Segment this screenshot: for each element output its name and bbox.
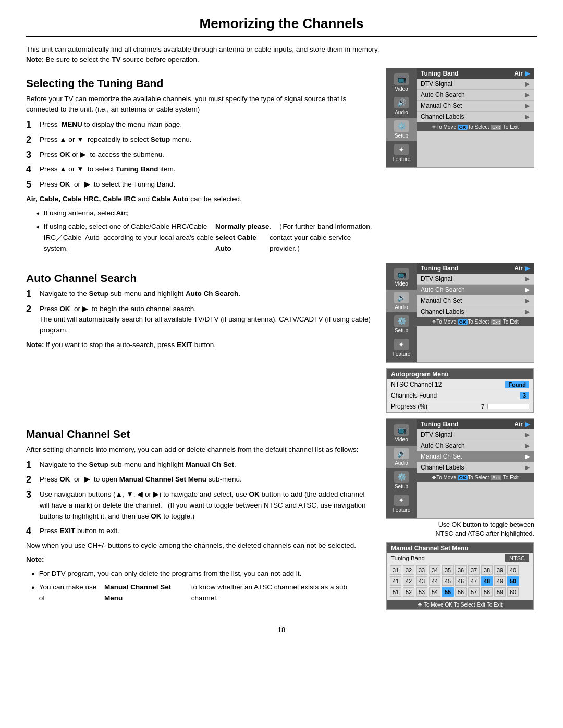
ch-33[interactable]: 33 [416,565,427,575]
ch-40[interactable]: 40 [507,565,519,575]
sidebar2-audio[interactable]: 🔊 Audio [386,290,417,312]
tv-menu-header-1: Tuning Band Air ▶ [417,68,534,79]
ch-51[interactable]: 51 [390,587,401,597]
ch-59[interactable]: 59 [494,587,506,597]
ch-32[interactable]: 32 [403,565,414,575]
section1-desc: Before your TV can memorize the availabl… [26,94,375,116]
menu-row-manualch2: Manual Ch Set▶ [417,295,534,306]
ch-56[interactable]: 56 [455,587,467,597]
autoprog-row-1: NTSC Channel 12 Found [387,379,533,390]
menu-row-dtv3: DTV Signal▶ [417,429,534,440]
ch-35[interactable]: 35 [442,565,454,575]
step-3-2: 2 Press OK or ▶ to open Manual Channel S… [26,474,375,486]
ch-39[interactable]: 39 [494,565,506,575]
tv-menu-content-3: Tuning Band Air ▶ DTV Signal▶ Auto Ch Se… [417,419,534,518]
ch-grid-row-1: 31 32 33 34 35 36 37 38 39 40 [390,565,530,575]
ch-45[interactable]: 45 [442,576,454,586]
ch-48[interactable]: 48 [481,576,493,586]
menu-row-dtv2: DTV Signal▶ [417,274,534,285]
step-1-1: 1 Press MENU to display the menu main pa… [26,119,375,131]
ch-42[interactable]: 42 [403,576,414,586]
ch-grid: 31 32 33 34 35 36 37 38 39 40 41 42 43 4… [387,563,533,600]
progress-bar [487,404,529,409]
section2-right: 📺 Video 🔊 Audio ⚙️ Setup ✦ Feature [386,263,537,413]
section3-left: Manual Channel Set After setting channel… [26,418,375,607]
tv-menu-footer-2: ❖To Move OKTo Select Exit To Exit [417,317,534,326]
ch-50[interactable]: 50 [507,576,519,586]
ch-36[interactable]: 36 [455,565,467,575]
setup-icon: ⚙️ [394,120,409,132]
section3-note-label: Note: [26,554,375,565]
ch-31[interactable]: 31 [390,565,401,575]
note-item-1: For DTV program, you can only delete the… [31,569,375,579]
manual-ch-footer: ❖ To Move OK To Select Exit To Exit [387,600,533,609]
step-3-3: 3 Use navigation buttons (▲, ▼, ◀ or ▶) … [26,489,375,522]
ch-44[interactable]: 44 [429,576,440,586]
ch-38[interactable]: 38 [481,565,493,575]
audio-icon-2: 🔊 [394,292,409,303]
tv-menu-content-1: Tuning Band Air ▶ DTV Signal▶ Auto Ch Se… [417,68,534,167]
sidebar3-feature[interactable]: ✦ Feature [386,492,417,515]
ch-41[interactable]: 41 [390,576,401,586]
sidebar3-audio[interactable]: 🔊 Audio [386,446,417,468]
sidebar3-setup[interactable]: ⚙️ Setup [386,469,417,491]
autoprog-row-3: Progress (%) 7 [387,401,533,412]
tv-label: TV [112,56,120,64]
tv-menu-footer-1: ❖To Move OKTo Select Exit To Exit [417,122,534,131]
ch-47[interactable]: 47 [468,576,480,586]
tv-menu-content-2: Tuning Band Air ▶ DTV Signal▶ Auto Ch Se… [417,263,534,362]
section-tuning-band: Selecting the Tuning Band Before your TV… [26,68,537,257]
page-title: Memorizing the Channels [26,16,537,37]
found-badge: Found [505,381,529,388]
menu-row-chlabels2: Channel Labels▶ [417,306,534,317]
ch-52[interactable]: 52 [403,587,414,597]
menu-row-autoch2: Auto Ch Search▶ [417,285,534,295]
autoprog-title: Autoprogram Menu [387,369,533,379]
section3-desc: After setting channels into memory, you … [26,445,375,455]
menu-row-dtv1: DTV Signal▶ [417,79,534,90]
intro-text: This unit can automatically find all cha… [26,44,537,66]
bullet-1: If using antenna, select Air; [36,208,375,219]
ch-53[interactable]: 53 [416,587,427,597]
ch-43[interactable]: 43 [416,576,427,586]
section1-left: Selecting the Tuning Band Before your TV… [26,68,375,257]
ch-55[interactable]: 55 [442,587,454,597]
section1-bullets: If using antenna, select Air; If using c… [36,208,375,254]
ch-60[interactable]: 60 [507,587,519,597]
sidebar-audio[interactable]: 🔊 Audio [386,95,417,117]
note-item-2: You can make use of Manual Channel Set M… [31,582,375,604]
section3-title: Manual Channel Set [26,428,375,440]
feature-icon: ✦ [394,144,409,155]
ch-54[interactable]: 54 [429,587,440,597]
section2-left: Auto Channel Search 1 Navigate to the Se… [26,263,375,354]
video-icon: 📺 [394,73,409,85]
section2-steps: 1 Navigate to the Setup sub-menu and hig… [26,289,375,336]
audio-icon-3: 🔊 [394,448,409,459]
ch-57[interactable]: 57 [468,587,480,597]
manual-ch-title: Manual Channel Set Menu [387,543,533,553]
step-3-1: 1 Navigate to the Setup sub-menu and hig… [26,460,375,471]
sidebar3-video[interactable]: 📺 Video [386,422,417,445]
sidebar2-video[interactable]: 📺 Video [386,266,417,289]
ch-49[interactable]: 49 [494,576,506,586]
ch-46[interactable]: 46 [455,576,467,586]
sidebar2-setup[interactable]: ⚙️ Setup [386,313,417,336]
ch-37[interactable]: 37 [468,565,480,575]
step-2-2: 2 Press OK or ▶ to begin the auto channe… [26,304,375,337]
tv-sidebar: 📺 Video 🔊 Audio ⚙️ Setup ✦ Feature [386,68,417,167]
tv-menu-footer-3: ❖To Move OKTo Select Exit To Exit [417,473,534,482]
section2-title: Auto Channel Search [26,272,375,285]
channels-found-value: 3 [520,392,529,399]
section1-title: Selecting the Tuning Band [26,77,375,90]
sidebar2-feature[interactable]: ✦ Feature [386,337,417,359]
ch-34[interactable]: 34 [429,565,440,575]
sidebar-feature[interactable]: ✦ Feature [386,142,417,164]
ch-58[interactable]: 58 [481,587,493,597]
section3-right: 📺 Video 🔊 Audio ⚙️ Setup ✦ Feature [386,418,537,610]
video-icon-2: 📺 [394,268,409,280]
menu-row-autoch1: Auto Ch Search▶ [417,90,534,101]
sidebar-setup[interactable]: ⚙️ Setup [386,118,417,141]
sidebar-video[interactable]: 📺 Video [386,71,417,94]
section1-steps: 1 Press MENU to display the menu main pa… [26,119,375,190]
feature-icon-2: ✦ [394,339,409,350]
